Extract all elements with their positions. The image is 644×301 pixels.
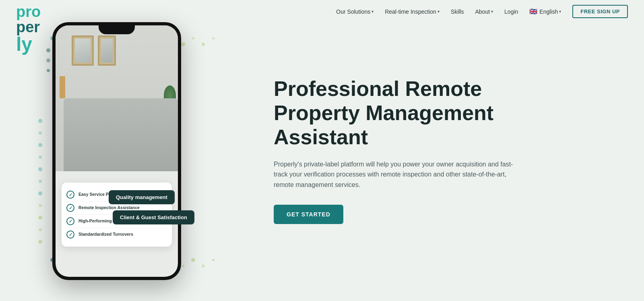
hero-title: Professional Remote Property Management … bbox=[274, 77, 555, 149]
check-icon: ✓ bbox=[66, 191, 74, 199]
phone-mockup: ✓ Easy Service Provider Communication ✓ … bbox=[52, 22, 181, 280]
nav-item-login[interactable]: Login bbox=[504, 8, 518, 15]
phone-notch bbox=[99, 25, 135, 34]
nav-item-about[interactable]: About ▾ bbox=[475, 8, 493, 15]
nav-label-inspection: Real-time Inspection bbox=[385, 8, 436, 15]
get-started-button[interactable]: GET STARTED bbox=[274, 205, 343, 224]
nav-item-inspection[interactable]: Real-time Inspection ▾ bbox=[385, 8, 440, 15]
nav-item-language[interactable]: 🇬🇧 English ▾ bbox=[529, 8, 561, 15]
check-icon: ✓ bbox=[66, 217, 74, 225]
navigation: Our Solutions ▾ Real-time Inspection ▾ S… bbox=[0, 0, 644, 23]
nav-label-signup: FREE SIGN UP bbox=[580, 8, 620, 15]
chevron-down-icon: ▾ bbox=[491, 9, 493, 14]
chevron-down-icon: ▾ bbox=[438, 9, 440, 14]
picture-frame-2 bbox=[98, 35, 116, 66]
nav-label-language: English bbox=[539, 8, 558, 15]
chevron-down-icon: ▾ bbox=[372, 9, 374, 14]
nav-label-skills: Skills bbox=[451, 8, 464, 15]
nav-label-solutions: Our Solutions bbox=[336, 8, 370, 15]
badge-quality: Quality management bbox=[109, 190, 175, 204]
checklist-text-4: Standardardized Turnovers bbox=[78, 232, 133, 237]
logo-text-ly: ly bbox=[16, 35, 41, 54]
lamp bbox=[60, 76, 65, 98]
nav-label-login: Login bbox=[504, 8, 518, 15]
checklist-item: ✓ Standardardized Turnovers bbox=[66, 228, 167, 241]
right-section: Professional Remote Property Management … bbox=[250, 45, 644, 256]
chevron-down-icon: ▾ bbox=[559, 9, 561, 14]
room-image bbox=[56, 25, 178, 171]
page-wrapper: pro per ly Our Solutions ▾ Real-time Ins… bbox=[0, 0, 644, 301]
nav-label-about: About bbox=[475, 8, 490, 15]
checklist-text-2: Remote Inspection Assistance bbox=[78, 205, 140, 211]
check-icon: ✓ bbox=[66, 204, 74, 212]
check-icon: ✓ bbox=[66, 230, 74, 239]
nav-item-solutions[interactable]: Our Solutions ▾ bbox=[336, 8, 374, 15]
sofa bbox=[64, 98, 178, 171]
picture-frame-1 bbox=[72, 35, 94, 66]
nav-item-skills[interactable]: Skills bbox=[451, 8, 464, 15]
phone-screen: ✓ Easy Service Provider Communication ✓ … bbox=[56, 25, 178, 277]
badge-satisfaction: Client & Guest Satisfaction bbox=[113, 210, 194, 224]
hero-description: Properly's private-label platform will h… bbox=[274, 159, 523, 190]
flag-icon: 🇬🇧 bbox=[529, 8, 537, 15]
nav-item-signup[interactable]: FREE SIGN UP bbox=[572, 5, 628, 18]
